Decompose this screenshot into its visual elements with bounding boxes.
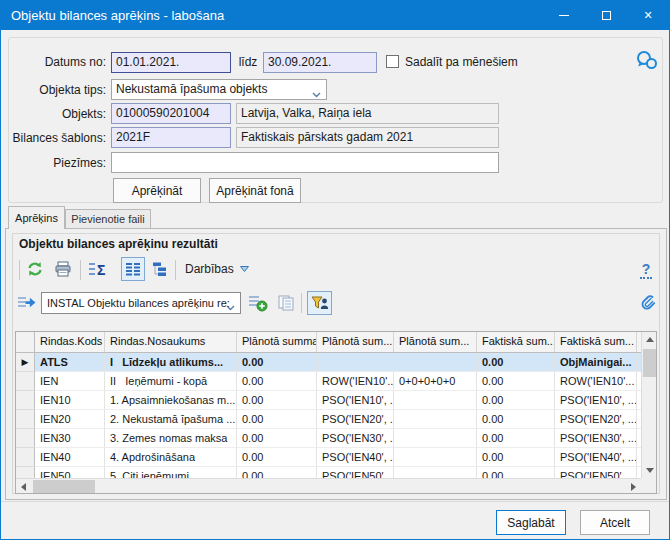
refresh-icon[interactable] <box>25 260 45 278</box>
column-header[interactable]: Plānotā sum... <box>317 332 394 352</box>
table-cell[interactable]: PSO('IEN30', ... <box>317 429 394 448</box>
filter-user-icon[interactable] <box>307 291 332 315</box>
table-cell[interactable]: IEN <box>35 372 105 391</box>
table-cell[interactable]: 0.00 <box>237 410 317 429</box>
column-header[interactable]: Rindas.Kods <box>35 332 105 352</box>
table-cell[interactable]: 0.00 <box>237 391 317 410</box>
table-cell[interactable]: IEN20 <box>35 410 105 429</box>
comments-icon[interactable] <box>633 49 659 71</box>
table-row[interactable]: IEN404. Apdrošināšana0.00PSO('IEN40', ..… <box>16 448 641 467</box>
table-row[interactable]: IEN505. Citi ieņēmumi0.00PSO('IEN50', ..… <box>16 467 641 478</box>
column-header[interactable]: Rindas.Nosaukums <box>105 332 237 352</box>
table-cell[interactable]: IEN50 <box>35 467 105 478</box>
date-to-input[interactable]: 30.09.2021. <box>263 52 377 73</box>
table-cell[interactable]: 0.00 <box>237 372 317 391</box>
apply-view-icon[interactable] <box>16 294 38 312</box>
table-cell[interactable]: 0.00 <box>477 372 555 391</box>
table-cell[interactable]: 0.00 <box>477 467 555 478</box>
table-cell[interactable]: 0.00 <box>237 353 317 372</box>
scroll-down-icon[interactable] <box>646 468 654 473</box>
table-row[interactable]: ▶ATLSI Līdzekļu atlikums...0.000.00ObjMa… <box>16 353 641 372</box>
print-icon[interactable] <box>53 260 73 278</box>
table-cell[interactable]: IEN10 <box>35 391 105 410</box>
table-cell[interactable]: 4. Apdrošināšana <box>105 448 237 467</box>
table-cell[interactable]: ATLS <box>35 353 105 372</box>
column-header[interactable]: Plānotā summa <box>237 332 317 352</box>
table-row[interactable]: IEN303. Zemes nomas maksa0.00PSO('IEN30'… <box>16 429 641 448</box>
sum-icon[interactable]: Σ <box>87 260 109 278</box>
help-icon[interactable]: ? <box>640 262 652 279</box>
table-cell[interactable]: 0.00 <box>477 448 555 467</box>
column-header[interactable]: Faktiskā sum... <box>477 332 555 352</box>
titlebar[interactable]: Objektu bilances aprēķins - labošana ✕ <box>1 1 669 30</box>
table-row[interactable]: IEN101. Apsaimniekošanas m...0.00PSO('IE… <box>16 391 641 410</box>
copy-view-icon[interactable] <box>275 294 297 312</box>
horizontal-scrollbar[interactable] <box>16 478 641 493</box>
tab-aprekins[interactable]: Aprēķins <box>8 206 65 229</box>
table-cell[interactable]: PSO('IEN10', ... <box>317 391 394 410</box>
scroll-left-icon[interactable] <box>21 483 26 491</box>
horizontal-scroll-thumb[interactable] <box>33 480 95 493</box>
table-cell[interactable] <box>394 467 477 478</box>
table-cell[interactable]: PSO('IEN50', ... <box>555 467 637 478</box>
table-cell[interactable]: II Ieņēmumi - kopā <box>105 372 237 391</box>
object-code-input[interactable]: 01000590201004 <box>111 103 231 124</box>
save-button[interactable]: Saglabāt <box>496 510 566 535</box>
template-code-input[interactable]: 2021F <box>111 127 231 148</box>
column-header[interactable]: Faktiskā sum... <box>555 332 637 352</box>
close-button[interactable]: ✕ <box>627 1 669 30</box>
object-type-select[interactable]: Nekustamā īpašuma objekts <box>111 79 327 100</box>
table-cell[interactable]: 1. Apsaimniekošanas m... <box>105 391 237 410</box>
table-cell[interactable]: IEN30 <box>35 429 105 448</box>
table-cell[interactable] <box>394 448 477 467</box>
table-cell[interactable]: PSO('IEN40', ... <box>317 448 394 467</box>
table-cell[interactable] <box>317 353 394 372</box>
table-cell[interactable]: PSO('IEN30', ... <box>555 429 637 448</box>
table-cell[interactable]: PSO('IEN40', ... <box>555 448 637 467</box>
hierarchy-view-icon[interactable] <box>149 260 169 278</box>
date-from-input[interactable]: 01.01.2021. <box>111 52 231 73</box>
notes-input[interactable] <box>111 152 499 173</box>
table-cell[interactable]: ROW('IEN10'... <box>555 372 637 391</box>
table-cell[interactable]: ObjMainigai... <box>555 353 637 372</box>
table-cell[interactable]: ROW('IEN10'... <box>317 372 394 391</box>
view-selector[interactable]: INSTAL Objektu bilances aprēķinu re: <box>41 292 241 314</box>
add-view-icon[interactable] <box>247 293 269 313</box>
table-cell[interactable]: 0.00 <box>477 410 555 429</box>
table-cell[interactable]: 3. Zemes nomas maksa <box>105 429 237 448</box>
table-cell[interactable] <box>394 353 477 372</box>
table-cell[interactable] <box>394 391 477 410</box>
table-cell[interactable]: 0.00 <box>477 353 555 372</box>
minimize-button[interactable] <box>543 1 585 30</box>
vertical-scrollbar[interactable] <box>641 332 656 478</box>
maximize-button[interactable] <box>585 1 627 30</box>
table-cell[interactable]: 5. Citi ieņēmumi <box>105 467 237 478</box>
attachment-paperclip-icon[interactable] <box>639 293 657 313</box>
table-cell[interactable]: PSO('IEN20', ... <box>317 410 394 429</box>
table-cell[interactable] <box>394 410 477 429</box>
tab-pievienotie-faili[interactable]: Pievienotie faili <box>65 209 151 229</box>
calculate-in-background-button[interactable]: Aprēķināt fonā <box>209 178 301 203</box>
table-row[interactable]: IEN202. Nekustamā īpašuma ...0.00PSO('IE… <box>16 410 641 429</box>
table-cell[interactable]: 0+0+0+0+0 <box>394 372 477 391</box>
table-cell[interactable]: 0.00 <box>237 448 317 467</box>
columns-view-icon[interactable] <box>121 257 145 281</box>
table-row[interactable]: IENII Ieņēmumi - kopā0.00ROW('IEN10'...0… <box>16 372 641 391</box>
table-cell[interactable]: 0.00 <box>237 467 317 478</box>
actions-dropdown-button[interactable]: Darbības <box>185 259 250 279</box>
table-cell[interactable]: PSO('IEN50', ... <box>317 467 394 478</box>
scroll-right-icon[interactable] <box>631 483 636 491</box>
table-cell[interactable]: PSO('IEN20', ... <box>555 410 637 429</box>
split-by-months-checkbox[interactable] <box>386 55 399 68</box>
table-cell[interactable]: PSO('IEN10', ... <box>555 391 637 410</box>
calculate-button[interactable]: Aprēķināt <box>113 178 201 203</box>
vertical-scroll-thumb[interactable] <box>643 349 656 377</box>
table-cell[interactable]: IEN40 <box>35 448 105 467</box>
table-cell[interactable]: I Līdzekļu atlikums... <box>105 353 237 372</box>
table-cell[interactable] <box>394 429 477 448</box>
table-cell[interactable]: 2. Nekustamā īpašuma ... <box>105 410 237 429</box>
column-header[interactable]: Plānotā sum... <box>394 332 477 352</box>
scroll-up-icon[interactable] <box>646 337 654 342</box>
table-cell[interactable]: 0.00 <box>237 429 317 448</box>
table-cell[interactable]: 0.00 <box>477 429 555 448</box>
